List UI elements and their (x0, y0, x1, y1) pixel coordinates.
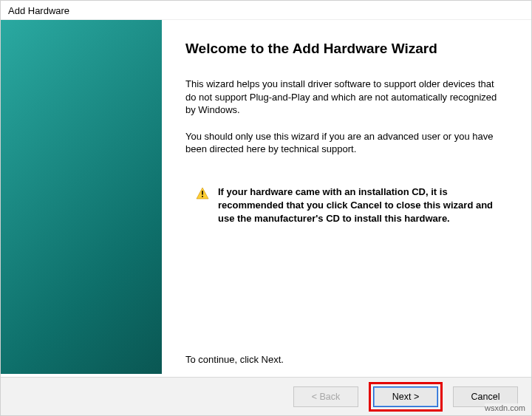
svg-rect-2 (202, 196, 203, 197)
wizard-button-bar: < Back Next > Cancel (1, 377, 531, 415)
wizard-side-graphic (1, 20, 162, 374)
wizard-heading: Welcome to the Add Hardware Wizard (185, 41, 505, 57)
wizard-intro-paragraph-2: You should only use this wizard if you a… (185, 130, 505, 156)
wizard-intro-paragraph-1: This wizard helps you install driver sof… (185, 78, 505, 117)
wizard-warning-notice: If your hardware came with an installati… (185, 185, 505, 225)
cancel-button[interactable]: Cancel (453, 386, 518, 407)
svg-rect-1 (202, 191, 203, 194)
wizard-body: Welcome to the Add Hardware Wizard This … (1, 19, 531, 374)
next-button-highlight: Next > (369, 382, 443, 412)
next-button[interactable]: Next > (373, 386, 438, 407)
warning-icon (196, 187, 209, 200)
wizard-warning-text: If your hardware came with an installati… (218, 185, 500, 225)
wizard-main-panel: Welcome to the Add Hardware Wizard This … (162, 20, 531, 374)
window-title: Add Hardware (1, 1, 531, 19)
wizard-continue-hint: To continue, click Next. (185, 354, 505, 365)
back-button: < Back (293, 386, 358, 407)
